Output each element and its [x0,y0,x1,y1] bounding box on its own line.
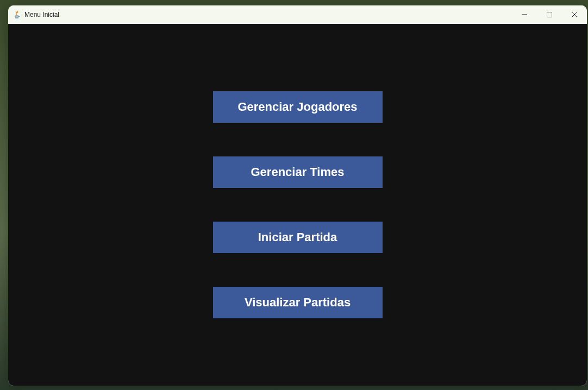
manage-teams-button[interactable]: Gerenciar Times [213,156,383,188]
view-matches-button[interactable]: Visualizar Partidas [213,287,383,318]
minimize-button[interactable] [512,5,537,24]
start-match-button[interactable]: Iniciar Partida [213,222,383,253]
window-controls [512,5,587,24]
application-window: Menu Inicial Gerenciar Jogadores Ger [8,5,587,386]
java-icon [12,10,21,19]
titlebar: Menu Inicial [8,5,587,24]
svg-point-0 [15,16,19,17]
maximize-button [537,5,562,24]
main-content: Gerenciar Jogadores Gerenciar Times Inic… [8,24,587,386]
window-title: Menu Inicial [24,11,59,18]
svg-rect-3 [547,12,552,17]
close-button[interactable] [562,5,587,24]
svg-point-1 [15,17,18,18]
manage-players-button[interactable]: Gerenciar Jogadores [213,91,383,123]
